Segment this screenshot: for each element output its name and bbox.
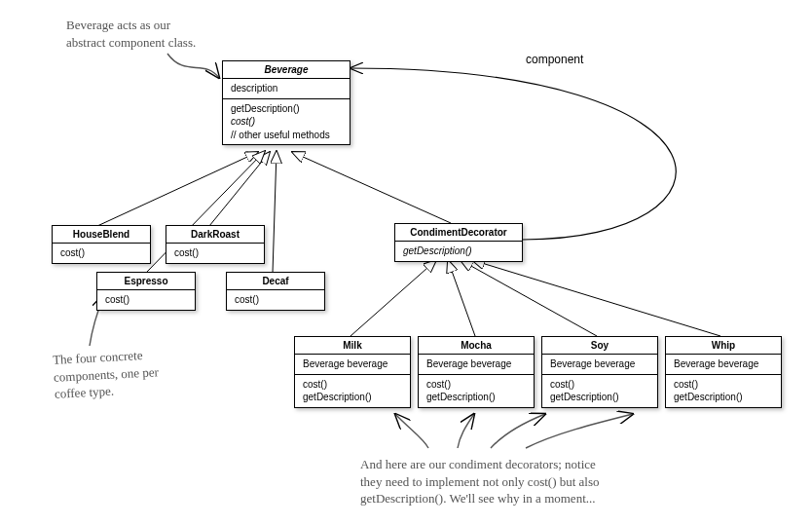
class-mocha: Mocha Beverage beverage cost() getDescri…	[418, 336, 535, 408]
attr: Beverage beverage	[674, 357, 773, 371]
svg-line-4	[292, 152, 451, 223]
class-condimentdecorator: CondimentDecorator getDescription()	[394, 223, 523, 262]
method: cost()	[174, 246, 256, 260]
method: cost()	[235, 293, 316, 307]
class-soy: Soy Beverage beverage cost() getDescript…	[541, 336, 658, 408]
method: // other useful methods	[231, 129, 342, 142]
method: getDescription()	[550, 391, 649, 404]
class-beverage: Beverage description getDescription() co…	[222, 60, 351, 145]
class-title: Mocha	[419, 337, 534, 355]
svg-line-0	[97, 152, 258, 226]
svg-line-8	[472, 260, 720, 336]
class-title: DarkRoast	[166, 226, 264, 244]
note-concrete-components: The four concrete components, one per co…	[53, 346, 161, 402]
class-houseblend: HouseBlend cost()	[52, 225, 151, 264]
class-darkroast: DarkRoast cost()	[166, 225, 265, 264]
svg-line-5	[351, 260, 436, 336]
method: getDescription()	[231, 102, 342, 116]
svg-line-7	[461, 260, 597, 336]
label-component: component	[526, 53, 583, 66]
method: cost()	[60, 246, 142, 260]
class-title: Whip	[666, 337, 781, 355]
attr: Beverage beverage	[426, 357, 526, 371]
method: cost()	[674, 378, 773, 392]
method: cost()	[105, 293, 187, 307]
class-title: HouseBlend	[53, 226, 150, 244]
method: getDescription()	[403, 244, 514, 258]
method: cost()	[231, 115, 342, 129]
attr: Beverage beverage	[303, 357, 402, 371]
class-whip: Whip Beverage beverage cost() getDescrip…	[665, 336, 782, 408]
class-title: Espresso	[97, 273, 195, 290]
class-title: CondimentDecorator	[395, 224, 522, 242]
method: cost()	[303, 378, 402, 392]
method: getDescription()	[426, 391, 526, 404]
svg-line-6	[448, 260, 475, 336]
method: cost()	[550, 378, 649, 392]
method: getDescription()	[674, 391, 773, 404]
class-espresso: Espresso cost()	[96, 272, 196, 311]
method: cost()	[426, 378, 526, 392]
method: getDescription()	[303, 391, 402, 404]
note-condiment-decorators: And here are our condiment decorators; n…	[360, 456, 600, 507]
class-title: Beverage	[223, 61, 350, 79]
attr: description	[231, 82, 342, 95]
class-title: Soy	[542, 337, 657, 355]
note-abstract-component: Beverage acts as our abstract component …	[66, 17, 196, 51]
class-title: Milk	[295, 337, 410, 355]
class-milk: Milk Beverage beverage cost() getDescrip…	[294, 336, 411, 408]
class-decaf: Decaf cost()	[226, 272, 325, 311]
svg-line-1	[209, 152, 270, 226]
attr: Beverage beverage	[550, 357, 649, 371]
class-title: Decaf	[227, 273, 324, 290]
svg-line-3	[273, 151, 277, 273]
